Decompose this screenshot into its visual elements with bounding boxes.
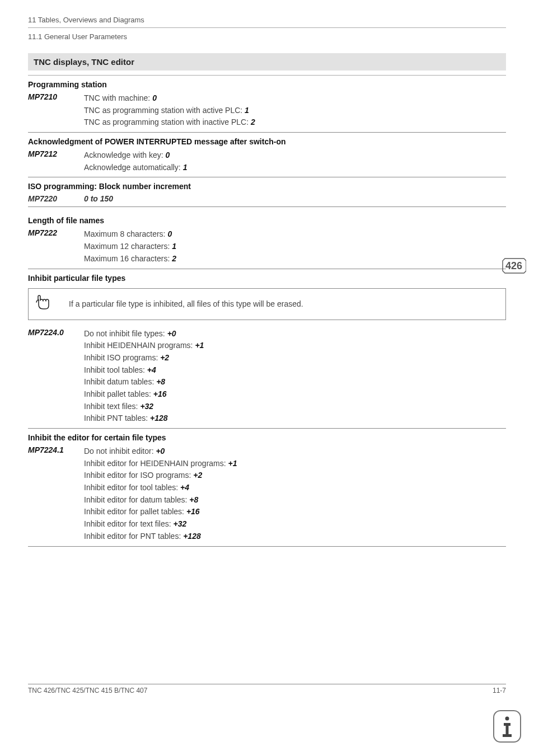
group-programming-station: Programming station MP7210 TNC with mach… <box>28 80 506 129</box>
model-426-badge: 426 <box>502 257 526 276</box>
parameter-code: MP7212 <box>28 149 84 158</box>
param-value: 0 <box>167 229 172 238</box>
parameter-range: 0 to 150 <box>84 194 113 203</box>
param-text: TNC as programming station with inactive… <box>84 118 251 126</box>
divider <box>28 27 506 28</box>
parameter-row: MP7224.0 Do not inhibit file types: +0 I… <box>28 328 506 425</box>
param-value: +2 <box>160 353 169 362</box>
page-title: TNC displays, TNC editor <box>28 53 506 71</box>
param-value: 0 <box>166 151 170 159</box>
param-value: 0 <box>152 93 157 102</box>
svg-rect-4 <box>506 723 509 735</box>
svg-point-2 <box>505 717 509 721</box>
param-text: Maximum 8 characters: <box>84 229 167 238</box>
param-text: TNC as programming station with active P… <box>84 106 245 115</box>
info-badge-icon <box>493 710 522 745</box>
param-value: 2 <box>251 118 255 126</box>
parameter-body: TNC with machine: 0 TNC as programming s… <box>84 92 506 129</box>
param-text: Acknowledge with key: <box>84 151 166 159</box>
param-value: +0 <box>167 329 176 338</box>
param-value: +128 <box>150 414 168 422</box>
group-heading: Acknowledgment of POWER INTERRUPTED mess… <box>28 137 506 146</box>
group-inhibit-editor: Inhibit the editor for certain file type… <box>28 433 506 543</box>
divider <box>28 269 506 269</box>
param-value: +1 <box>195 341 204 350</box>
group-heading: Inhibit particular file types <box>28 274 506 283</box>
group-file-names: Length of file names MP7222 Maximum 8 ch… <box>28 212 506 265</box>
group-ack-power: Acknowledgment of POWER INTERRUPTED mess… <box>28 137 506 173</box>
info-message: If a particular file type is inhibited, … <box>69 298 303 310</box>
param-value: +32 <box>174 519 187 528</box>
divider <box>28 132 506 133</box>
parameter-row: MP7220 0 to 150 <box>28 194 506 203</box>
parameter-code: MP7220 <box>28 194 84 203</box>
param-text: Inhibit PNT tables: <box>84 414 150 422</box>
parameter-row: MP7210 TNC with machine: 0 TNC as progra… <box>28 92 506 129</box>
param-value: 1 <box>183 163 188 172</box>
param-text: Maximum 12 characters: <box>84 242 172 251</box>
svg-text:426: 426 <box>505 260 522 271</box>
parameter-code: MP7222 <box>28 228 84 237</box>
param-value: +16 <box>153 389 167 398</box>
group-heading: ISO programming: Block number increment <box>28 182 506 191</box>
param-text: Do not inhibit file types: <box>84 329 167 338</box>
param-text: Inhibit pallet tables: <box>84 389 153 398</box>
divider <box>28 206 506 207</box>
parameter-body: Do not inhibit file types: +0 Inhibit HE… <box>84 328 506 425</box>
param-text: Inhibit editor for datum tables: <box>84 495 189 504</box>
group-iso-block: ISO programming: Block number increment … <box>28 182 506 203</box>
param-text: Inhibit editor for pallet tables: <box>84 507 186 516</box>
divider <box>28 177 506 177</box>
param-value: +2 <box>193 471 202 480</box>
param-text: Inhibit editor for tool tables: <box>84 483 180 492</box>
info-box: If a particular file type is inhibited, … <box>28 288 506 320</box>
param-text: Inhibit ISO programs: <box>84 353 160 362</box>
param-text: Inhibit text files: <box>84 402 140 411</box>
param-value: +8 <box>156 377 165 386</box>
group-inhibit-types: Inhibit particular file types If a parti… <box>28 274 506 425</box>
group-heading: Length of file names <box>28 216 104 225</box>
parameter-code: MP7210 <box>28 92 84 101</box>
parameter-body: Acknowledge with key: 0 Acknowledge auto… <box>84 149 506 173</box>
param-text: Inhibit editor for text files: <box>84 519 174 528</box>
param-value: +1 <box>228 459 237 468</box>
param-text: Inhibit HEIDENHAIN programs: <box>84 341 195 350</box>
param-value: +0 <box>156 447 165 456</box>
parameter-body: Maximum 8 characters: 0 Maximum 12 chara… <box>84 228 506 265</box>
divider <box>28 684 506 684</box>
param-text: Inhibit editor for HEIDENHAIN programs: <box>84 459 228 468</box>
parameter-row: MP7212 Acknowledge with key: 0 Acknowled… <box>28 149 506 173</box>
chapter-header: 11 Tables, Overviews and Diagrams <box>28 16 506 24</box>
param-text: Inhibit editor for PNT tables: <box>84 532 183 541</box>
param-text: Acknowledge automatically: <box>84 163 183 172</box>
divider <box>28 428 506 429</box>
param-value: +128 <box>183 532 201 541</box>
param-text: TNC with machine: <box>84 93 152 102</box>
param-value: 1 <box>172 242 176 251</box>
parameter-row: MP7222 Maximum 8 characters: 0 Maximum 1… <box>28 228 506 265</box>
parameter-body: Do not inhibit editor: +0 Inhibit editor… <box>84 445 506 543</box>
param-value: +4 <box>180 483 189 492</box>
group-heading: Inhibit the editor for certain file type… <box>28 433 506 442</box>
divider <box>28 75 506 76</box>
param-value: +4 <box>147 365 156 374</box>
page-footer: TNC 426/TNC 425/TNC 415 B/TNC 407 11-7 <box>28 684 506 694</box>
param-value: +8 <box>189 495 198 504</box>
footer-right: 11-7 <box>493 687 506 694</box>
footer-left: TNC 426/TNC 425/TNC 415 B/TNC 407 <box>28 687 147 694</box>
pointing-hand-icon <box>35 294 52 314</box>
param-value: 2 <box>172 254 176 263</box>
group-heading: Programming station <box>28 80 506 89</box>
param-text: Inhibit datum tables: <box>84 377 156 386</box>
param-text: Inhibit editor for ISO programs: <box>84 471 193 480</box>
param-value: 1 <box>245 106 249 115</box>
parameter-code: MP7224.1 <box>28 445 84 454</box>
parameter-row: MP7224.1 Do not inhibit editor: +0 Inhib… <box>28 445 506 543</box>
param-value: +16 <box>186 507 200 516</box>
svg-rect-5 <box>503 734 512 737</box>
section-header: 11.1 General User Parameters <box>28 32 506 41</box>
param-text: Do not inhibit editor: <box>84 447 156 456</box>
param-text: Maximum 16 characters: <box>84 254 172 263</box>
parameter-code: MP7224.0 <box>28 328 84 337</box>
divider <box>28 546 506 547</box>
